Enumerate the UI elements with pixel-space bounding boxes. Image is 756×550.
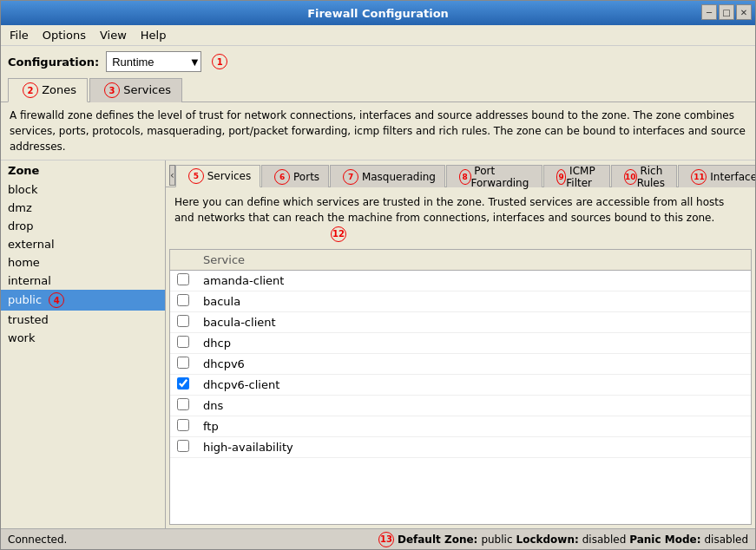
service-table: Service amanda-client bacula — [170, 250, 751, 458]
default-zone-value: public — [481, 534, 512, 546]
annotation-2: 2 — [23, 82, 38, 98]
table-row: bacula-client — [170, 311, 751, 332]
annotation-1: 1 — [212, 54, 227, 69]
panic-mode-value: disabled — [704, 534, 748, 546]
menu-file[interactable]: File — [4, 27, 34, 43]
tab-zones[interactable]: 2 Zones — [8, 78, 88, 102]
bacula-checkbox[interactable] — [177, 294, 189, 306]
main-window: Firewall Configuration ─ □ ✕ File Option… — [0, 0, 756, 550]
service-name: bacula-client — [196, 311, 751, 332]
zone-item-block[interactable]: block — [1, 180, 165, 199]
high-availability-checkbox[interactable] — [177, 440, 189, 452]
annotation-9: 9 — [556, 169, 567, 185]
menu-help[interactable]: Help — [135, 27, 172, 43]
inner-tab-rich-rules[interactable]: 10 Rich Rules — [611, 165, 677, 187]
dhcpv6-checkbox[interactable] — [177, 357, 189, 369]
ftp-checkbox[interactable] — [177, 419, 189, 431]
service-name: amanda-client — [196, 270, 751, 291]
service-name: dhcpv6-client — [196, 374, 751, 395]
annotation-5: 5 — [188, 168, 204, 184]
left-arrow-button[interactable]: ‹ — [169, 165, 175, 186]
dns-checkbox[interactable] — [177, 398, 189, 410]
zone-item-work[interactable]: work — [1, 329, 165, 347]
zone-item-dmz[interactable]: dmz — [1, 199, 165, 217]
main-content: Zone block dmz drop external home intern… — [1, 160, 755, 528]
annotation-12: 12 — [331, 226, 346, 242]
right-panel: ‹ 5 Services 6 Ports 7 Masquerading 8 Po… — [166, 160, 755, 528]
zone-list: block dmz drop external home internal pu… — [1, 180, 165, 528]
amanda-client-checkbox[interactable] — [177, 273, 189, 285]
bacula-client-checkbox[interactable] — [177, 315, 189, 327]
service-name: ftp — [196, 416, 751, 436]
default-zone-label: Default Zone: — [398, 534, 477, 546]
table-row: high-availability — [170, 436, 751, 457]
panic-mode-label: Panic Mode: — [629, 534, 700, 546]
inner-tab-port-forwarding[interactable]: 8 Port Forwarding — [446, 165, 542, 187]
statusbar: Connected. 13 Default Zone: public Lockd… — [1, 528, 755, 549]
zone-item-home[interactable]: home — [1, 253, 165, 272]
annotation-3: 3 — [104, 82, 120, 98]
zone-item-trusted[interactable]: trusted — [1, 311, 165, 329]
service-description: Here you can define which services are t… — [166, 187, 755, 249]
inner-tab-icmp-filter[interactable]: 9 ICMP Filter — [543, 165, 610, 187]
annotation-10: 10 — [624, 169, 637, 185]
service-name: bacula — [196, 291, 751, 311]
lockdown-value: disabled — [582, 534, 627, 546]
service-name: high-availability — [196, 436, 751, 457]
titlebar: Firewall Configuration ─ □ ✕ — [1, 1, 755, 25]
lockdown-label: Lockdown: — [516, 534, 578, 546]
titlebar-buttons: ─ □ ✕ — [701, 4, 752, 20]
table-row: dns — [170, 395, 751, 416]
config-select-wrapper: Runtime Permanent ▼ — [106, 51, 201, 72]
zone-item-internal[interactable]: internal — [1, 272, 165, 290]
window-title: Firewall Configuration — [307, 7, 449, 20]
zone-item-public[interactable]: public 4 — [1, 290, 165, 311]
inner-tab-masquerading[interactable]: 7 Masquerading — [330, 165, 445, 187]
annotation-13: 13 — [378, 532, 394, 547]
config-select[interactable]: Runtime Permanent — [106, 51, 201, 72]
minimize-button[interactable]: ─ — [701, 4, 717, 20]
annotation-6: 6 — [274, 169, 290, 185]
table-row: bacula — [170, 291, 751, 311]
zone-item-drop[interactable]: drop — [1, 217, 165, 235]
menu-view[interactable]: View — [95, 27, 132, 43]
inner-tabs: ‹ 5 Services 6 Ports 7 Masquerading 8 Po… — [166, 160, 755, 187]
toolbar: Configuration: Runtime Permanent ▼ 1 — [1, 46, 755, 77]
table-row: amanda-client — [170, 270, 751, 291]
annotation-4: 4 — [49, 292, 64, 308]
checkbox-col-header — [170, 250, 196, 271]
menu-options[interactable]: Options — [37, 27, 91, 43]
dhcpv6-client-checkbox[interactable] — [177, 377, 189, 390]
menubar: File Options View Help — [1, 25, 755, 46]
maximize-button[interactable]: □ — [719, 4, 734, 20]
inner-tab-ports[interactable]: 6 Ports — [261, 165, 329, 187]
zone-header: Zone — [1, 160, 165, 180]
inner-tab-interfaces[interactable]: 11 Interfaces — [678, 165, 755, 187]
annotation-11: 11 — [691, 169, 707, 185]
table-row: dhcpv6-client — [170, 374, 751, 395]
service-name: dhcpv6 — [196, 353, 751, 374]
service-name: dhcp — [196, 332, 751, 353]
config-label: Configuration: — [8, 56, 99, 69]
zone-panel: Zone block dmz drop external home intern… — [1, 160, 166, 528]
dhcp-checkbox[interactable] — [177, 336, 189, 348]
table-row: dhcpv6 — [170, 353, 751, 374]
close-button[interactable]: ✕ — [736, 4, 752, 20]
connection-status: Connected. — [8, 534, 371, 546]
annotation-8: 8 — [459, 169, 471, 185]
table-row: ftp — [170, 416, 751, 436]
tab-services[interactable]: 3 Services — [89, 78, 182, 102]
table-row: dhcp — [170, 332, 751, 353]
zone-item-external[interactable]: external — [1, 235, 165, 253]
inner-tab-services[interactable]: 5 Services — [175, 165, 260, 187]
zone-description: A firewalld zone defines the level of tr… — [1, 102, 755, 160]
service-col-header: Service — [196, 250, 751, 271]
service-table-container[interactable]: Service amanda-client bacula — [169, 249, 752, 526]
service-name: dns — [196, 395, 751, 416]
annotation-7: 7 — [343, 169, 358, 185]
main-tabs: 2 Zones 3 Services — [1, 77, 755, 102]
